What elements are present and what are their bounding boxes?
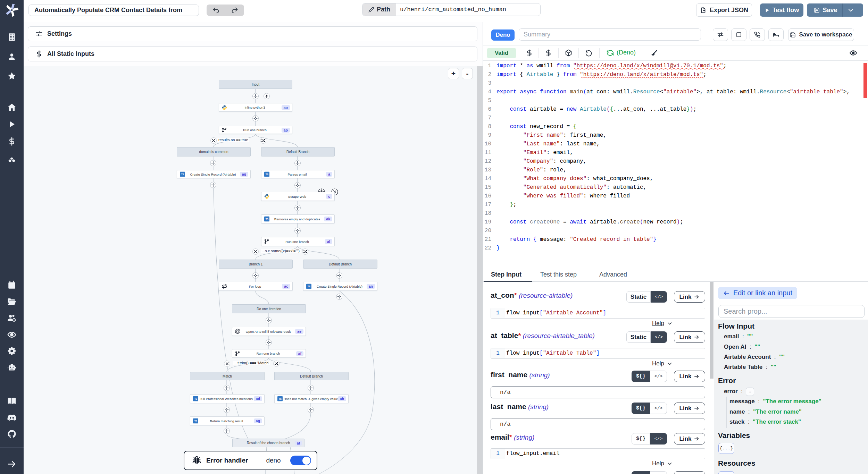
svg-text:TS: TS bbox=[266, 173, 269, 176]
svg-text:TS: TS bbox=[279, 398, 282, 400]
svg-text:TS: TS bbox=[194, 420, 198, 422]
svg-text:TS: TS bbox=[266, 218, 269, 220]
svg-text:TS: TS bbox=[308, 285, 311, 288]
svg-text:TS: TS bbox=[194, 398, 198, 400]
svg-text:TS: TS bbox=[181, 173, 184, 176]
